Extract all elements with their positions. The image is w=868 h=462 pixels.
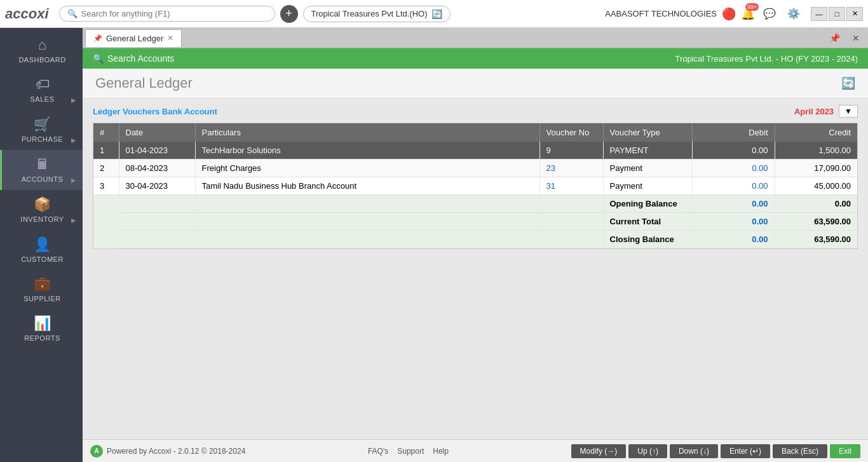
table-row[interactable]: 1 01-04-2023 TechHarbor Solutions 9 PAYM…	[93, 142, 857, 160]
company-selector[interactable]: Tropical Treasures Pvt Ltd.(HO) 🔄	[303, 6, 451, 22]
row-credit: 17,090.00	[775, 160, 857, 177]
sidebar-item-reports[interactable]: 📊 REPORTS	[0, 309, 83, 348]
voucher-no-link[interactable]: 23	[546, 163, 555, 173]
notification-badge: 99+	[745, 3, 759, 11]
inventory-arrow-icon: ▶	[71, 217, 76, 224]
row-voucher-no: 23	[539, 160, 603, 177]
accounts-arrow-icon: ▶	[71, 177, 76, 184]
tab-close-icon[interactable]: ✕	[167, 34, 173, 43]
sidebar-label-dashboard: DASHBOARD	[18, 56, 65, 64]
bottom-actions: Modify (→) Up (↑) Down (↓) Enter (↵) Bac…	[571, 444, 860, 458]
refresh-icon[interactable]: 🔄	[431, 9, 442, 19]
up-button[interactable]: Up (↑)	[628, 444, 667, 458]
ledger-container: Ledger Vouchers Bank Account April 2023 …	[83, 99, 868, 439]
voucher-no-link[interactable]: 31	[546, 181, 555, 191]
sidebar-label-purchase: PURCHASE	[22, 135, 63, 143]
sidebar-item-accounts[interactable]: 🖩 ACCOUNTS ▶	[0, 150, 83, 190]
down-button[interactable]: Down (↓)	[670, 444, 718, 458]
accoxi-logo: A	[90, 445, 103, 458]
summary-label: Closing Balance	[603, 231, 692, 248]
back-button[interactable]: Back (Esc)	[773, 444, 827, 458]
row-num: 3	[93, 177, 119, 195]
summary-credit: 63,590.00	[775, 213, 857, 231]
sidebar-label-reports: REPORTS	[24, 334, 60, 342]
summary-credit: 63,590.00	[775, 231, 857, 248]
row-voucher-type: PAYMENT	[603, 142, 692, 160]
sidebar-label-customer: CUSTOMER	[21, 255, 64, 263]
maximize-button[interactable]: □	[829, 7, 845, 21]
period-label: April 2023	[794, 107, 834, 116]
col-voucher-no: Voucher No	[539, 123, 603, 142]
row-date: 30-04-2023	[119, 177, 195, 195]
faq-link[interactable]: FAQ's	[368, 447, 388, 456]
summary-row: Opening Balance 0.00 0.00	[93, 195, 857, 213]
summary-label: Opening Balance	[603, 195, 692, 213]
summary-credit: 0.00	[775, 195, 857, 213]
tab-pin-button[interactable]: 📌	[825, 29, 844, 48]
search-bar[interactable]: 🔍	[59, 6, 275, 22]
filter-area: April 2023 ▼	[794, 105, 858, 118]
purchase-arrow-icon: ▶	[71, 137, 76, 144]
dashboard-icon: ⌂	[38, 37, 46, 53]
bottom-bar: A Powered by Accoxi - 2.0.12 © 2018-2024…	[83, 439, 868, 462]
search-accounts-btn[interactable]: 🔍 Search Accounts	[93, 53, 174, 64]
support-link[interactable]: Support	[397, 447, 424, 456]
app-logo: accoxi	[5, 6, 49, 22]
ledger-title: Ledger Vouchers Bank Account	[93, 107, 217, 116]
filter-icon: ▼	[844, 107, 852, 116]
sales-arrow-icon: ▶	[71, 97, 76, 104]
search-accounts-icon: 🔍	[93, 53, 104, 64]
row-voucher-no: 9	[539, 142, 603, 160]
tab-bar: 📌 General Ledger ✕ 📌 ✕	[83, 28, 868, 48]
search-accounts-label: Search Accounts	[107, 53, 174, 64]
row-particulars: Freight Charges	[195, 160, 539, 177]
sidebar-item-customer[interactable]: 👤 CUSTOMER	[0, 230, 83, 269]
sidebar-item-purchase[interactable]: 🛒 PURCHASE ▶	[0, 110, 83, 150]
voucher-no-cell: 9	[546, 146, 551, 155]
enter-button[interactable]: Enter (↵)	[721, 444, 770, 458]
row-debit: 0.00	[692, 177, 775, 195]
table-row[interactable]: 3 30-04-2023 Tamil Nadu Business Hub Bra…	[93, 177, 857, 195]
minimize-button[interactable]: —	[811, 7, 827, 21]
sidebar: ⌂ DASHBOARD 🏷 SALES ▶ 🛒 PURCHASE ▶ 🖩 ACC…	[0, 28, 83, 462]
green-header: 🔍 Search Accounts Tropical Treasures Pvt…	[83, 48, 868, 69]
chat-icon[interactable]: 💬	[760, 4, 779, 24]
row-debit: 0.00	[692, 142, 775, 160]
user-icon[interactable]: 🔴	[722, 7, 736, 21]
col-credit: Credit	[775, 123, 857, 142]
row-credit: 1,500.00	[775, 142, 857, 160]
page-refresh-icon[interactable]: 🔄	[841, 76, 855, 90]
filter-button[interactable]: ▼	[839, 105, 858, 118]
summary-row: Closing Balance 0.00 63,590.00	[93, 231, 857, 248]
page-header: General Ledger 🔄	[83, 69, 868, 99]
sidebar-label-inventory: INVENTORY	[20, 215, 64, 223]
search-input[interactable]	[81, 9, 259, 18]
help-link[interactable]: Help	[433, 447, 449, 456]
sidebar-label-sales: SALES	[31, 95, 55, 103]
purchase-icon: 🛒	[34, 116, 51, 133]
inventory-icon: 📦	[34, 196, 51, 213]
summary-row: Current Total 0.00 63,590.00	[93, 213, 857, 231]
col-num: #	[93, 123, 119, 142]
summary-label: Current Total	[603, 213, 692, 231]
summary-debit: 0.00	[692, 231, 775, 248]
tab-general-ledger[interactable]: 📌 General Ledger ✕	[85, 29, 182, 47]
table-row[interactable]: 2 08-04-2023 Freight Charges 23 Payment …	[93, 160, 857, 177]
row-credit: 45,000.00	[775, 177, 857, 195]
settings-icon[interactable]: ⚙️	[784, 4, 803, 24]
sidebar-item-inventory[interactable]: 📦 INVENTORY ▶	[0, 190, 83, 230]
sidebar-item-supplier[interactable]: 💼 SUPPLIER	[0, 269, 83, 309]
add-button[interactable]: +	[280, 5, 298, 23]
tab-pin-icon: 📌	[93, 34, 102, 43]
tab-label: General Ledger	[106, 34, 163, 43]
sidebar-item-sales[interactable]: 🏷 SALES ▶	[0, 70, 83, 110]
tab-close-button[interactable]: ✕	[846, 29, 865, 48]
modify-button[interactable]: Modify (→)	[571, 444, 627, 458]
exit-button[interactable]: Exit	[830, 444, 860, 458]
close-button[interactable]: ✕	[846, 7, 863, 21]
accounts-icon: 🖩	[36, 156, 50, 173]
sidebar-item-dashboard[interactable]: ⌂ DASHBOARD	[0, 31, 83, 70]
notifications[interactable]: 🔔 99+	[741, 7, 755, 21]
col-voucher-type: Voucher Type	[603, 123, 692, 142]
row-debit: 0.00	[692, 160, 775, 177]
